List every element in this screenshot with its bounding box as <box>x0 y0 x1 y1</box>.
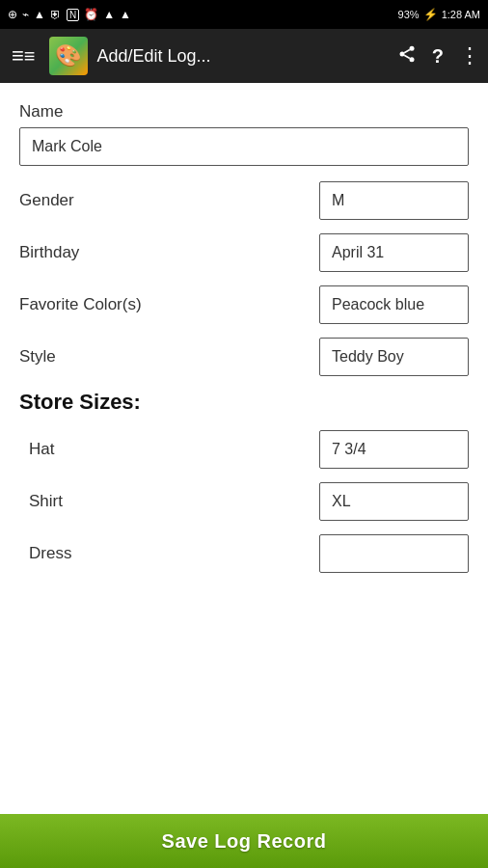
signal-icon: ▲ <box>103 8 115 21</box>
gender-field-row: Gender <box>19 181 469 220</box>
app-bar-title: Add/Edit Log... <box>97 46 388 67</box>
favorite-color-label: Favorite Color(s) <box>19 295 319 314</box>
favorite-color-field-row: Favorite Color(s) <box>19 285 469 324</box>
menu-button[interactable]: ≡ <box>8 40 40 72</box>
status-bar-left: ⊕ ⌁ ▲ ⛨ N ⏰ ▲ ▲ <box>8 8 131 21</box>
status-bar: ⊕ ⌁ ▲ ⛨ N ⏰ ▲ ▲ 93% ⚡ 1:28 AM <box>0 0 488 29</box>
usb2-icon: ⌁ <box>22 8 29 21</box>
wifi-icon: ▲ <box>34 8 45 21</box>
nfc-icon: N <box>67 9 79 21</box>
dress-label: Dress <box>29 544 319 563</box>
style-field-row: Style <box>19 338 469 376</box>
hat-field-row: Hat <box>29 430 469 469</box>
style-input[interactable] <box>319 338 469 376</box>
dress-field-row: Dress <box>29 534 469 573</box>
battery-text: 93% <box>398 9 420 20</box>
gender-label: Gender <box>19 191 319 210</box>
app-bar-actions: ? ⋮ <box>397 43 480 68</box>
birthday-input[interactable] <box>319 233 469 272</box>
hat-label: Hat <box>29 440 319 459</box>
dress-input[interactable] <box>319 534 469 573</box>
shirt-label: Shirt <box>29 492 319 511</box>
svg-point-1 <box>399 51 404 56</box>
svg-point-0 <box>409 45 414 50</box>
name-input[interactable] <box>19 127 469 166</box>
shirt-input[interactable] <box>319 482 469 521</box>
save-button-label: Save Log Record <box>162 830 327 853</box>
gender-input[interactable] <box>319 181 469 220</box>
birthday-label: Birthday <box>19 243 319 262</box>
app-bar: ≡ 🎨 Add/Edit Log... ? ⋮ <box>0 29 488 83</box>
usb-icon: ⊕ <box>8 8 17 21</box>
more-button[interactable]: ⋮ <box>459 43 480 68</box>
store-sizes-section: Hat Shirt Dress <box>19 430 469 573</box>
status-bar-right: 93% ⚡ 1:28 AM <box>398 8 480 21</box>
charging-icon: ⚡ <box>423 8 438 21</box>
shirt-field-row: Shirt <box>29 482 469 521</box>
style-label: Style <box>19 347 319 366</box>
time-display: 1:28 AM <box>442 9 480 20</box>
birthday-field-row: Birthday <box>19 233 469 272</box>
app-icon: 🎨 <box>49 37 88 75</box>
name-field-group: Name <box>19 102 469 166</box>
help-button[interactable]: ? <box>432 45 444 68</box>
shield-icon: ⛨ <box>50 8 62 21</box>
svg-point-2 <box>409 57 414 62</box>
share-button[interactable] <box>397 44 417 68</box>
hat-input[interactable] <box>319 430 469 469</box>
svg-line-3 <box>404 55 410 58</box>
store-sizes-title: Store Sizes: <box>19 390 469 415</box>
alarm-icon: ⏰ <box>84 8 98 21</box>
form-content: Name Gender Birthday Favorite Color(s) S… <box>0 83 488 814</box>
save-log-record-button[interactable]: Save Log Record <box>0 814 488 868</box>
signal2-icon: ▲ <box>120 8 131 21</box>
name-label: Name <box>19 102 469 122</box>
favorite-color-input[interactable] <box>319 285 469 324</box>
svg-line-4 <box>404 49 410 52</box>
